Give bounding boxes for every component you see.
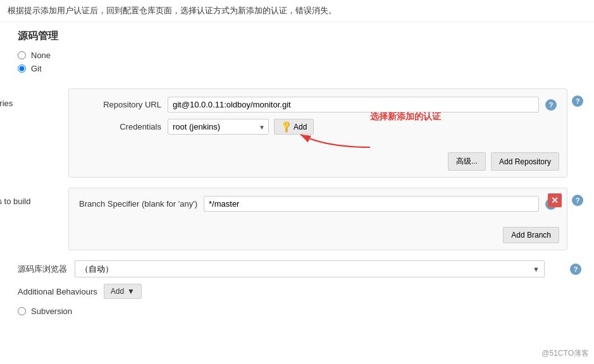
notice-text: 根据提示添加用户认证后，回到配置仓库页面，选择认证方式为新添加的认证，错误消失。 <box>8 6 337 15</box>
radio-none-input[interactable] <box>18 51 26 59</box>
repositories-panel: ? Repository URL ? Credentials <box>68 88 567 178</box>
radio-git[interactable]: Git <box>18 64 576 73</box>
credentials-select[interactable]: root (jenkins) <box>168 119 269 135</box>
annotation-text: 选择新添加的认证 <box>370 111 441 123</box>
scm-radio-group: None Git <box>8 48 586 76</box>
add-repository-button[interactable]: Add Repository <box>491 152 559 171</box>
top-notice: 根据提示添加用户认证后，回到配置仓库页面，选择认证方式为新添加的认证，错误消失。 <box>0 0 594 22</box>
scm-browser-select[interactable]: （自动） <box>75 260 545 277</box>
key-icon: 🔑 <box>279 120 293 134</box>
scm-browser-section: 源码库浏览器 （自动） ▼ ? <box>18 260 586 277</box>
credentials-row: Credentials root (jenkins) ▼ 🔑 <box>79 119 557 135</box>
branch-specifier-label: Branch Specifier (blank for 'any') <box>79 199 197 209</box>
add-label: Add <box>111 287 124 296</box>
scm-browser-label: 源码库浏览器 <box>18 264 68 275</box>
credentials-add-button[interactable]: 🔑 Add <box>274 119 314 135</box>
radio-git-input[interactable] <box>18 64 26 73</box>
repo-url-input[interactable] <box>168 97 539 112</box>
add-dropdown-icon: ▼ <box>127 287 135 296</box>
additional-behaviours-section: Additional Behaviours Add ▼ <box>18 284 586 299</box>
radio-none[interactable]: None <box>18 51 576 60</box>
radio-none-label: None <box>31 51 51 60</box>
branches-label: Branches to build <box>0 197 30 206</box>
section-title: 源码管理 <box>8 22 586 48</box>
radio-subversion-label: Subversion <box>31 306 72 316</box>
additional-behaviours-label: Additional Behaviours <box>18 287 97 296</box>
additional-behaviours-add-button[interactable]: Add ▼ <box>104 284 142 299</box>
scm-browser-select-wrapper: （自动） ▼ <box>75 260 545 277</box>
credentials-select-wrapper: root (jenkins) ▼ <box>168 119 269 135</box>
radio-git-label: Git <box>31 64 42 73</box>
subversion-section: Subversion <box>18 306 586 316</box>
branches-footer: Add Branch <box>69 223 567 250</box>
repositories-help-icon[interactable]: ? <box>572 95 583 107</box>
repo-url-help-icon[interactable]: ? <box>545 99 557 111</box>
credentials-label: Credentials <box>79 122 161 131</box>
radio-subversion-input[interactable] <box>18 307 26 315</box>
scm-browser-help-icon[interactable]: ? <box>570 264 581 275</box>
branch-specifier-row: Branch Specifier (blank for 'any') ? <box>79 196 557 212</box>
add-branch-button[interactable]: Add Branch <box>503 227 559 243</box>
branches-help-icon[interactable]: ? <box>572 195 583 206</box>
remove-branch-button[interactable]: ✕ <box>548 193 562 207</box>
repositories-panel-footer: 高级... Add Repository <box>69 149 567 177</box>
branches-panel: ? ✕ Branch Specifier (blank for 'any') ?… <box>68 188 567 250</box>
repo-url-label: Repository URL <box>79 100 161 109</box>
advanced-button[interactable]: 高级... <box>448 152 486 171</box>
repositories-label: Repositories <box>0 99 13 108</box>
branch-specifier-input[interactable] <box>204 196 539 212</box>
repo-url-row: Repository URL ? <box>79 97 557 112</box>
credentials-add-label: Add <box>294 123 307 131</box>
